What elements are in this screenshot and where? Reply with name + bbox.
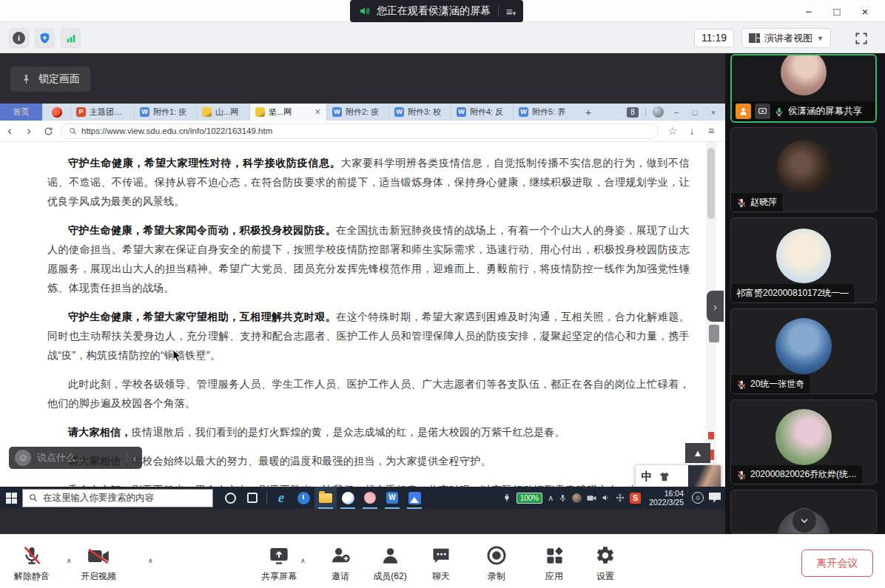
- taskbar-explorer[interactable]: [314, 487, 337, 509]
- banner-divider: [498, 5, 499, 17]
- sogou-input-icon[interactable]: S: [630, 493, 641, 504]
- security-button[interactable]: [35, 28, 55, 48]
- members-button[interactable]: 成员(62): [364, 542, 416, 583]
- back-button[interactable]: ‹: [0, 124, 19, 138]
- scroll-participants-down-button[interactable]: [792, 508, 817, 533]
- participant-tile[interactable]: 202000820026乔欣烨(统…: [730, 399, 877, 484]
- browser-minimize-button[interactable]: −: [670, 108, 682, 117]
- scrollbar-thumb[interactable]: [707, 148, 715, 219]
- cortana-button[interactable]: [219, 487, 241, 509]
- tray-camera-icon[interactable]: [587, 494, 596, 502]
- network-quality-button[interactable]: [61, 28, 81, 48]
- tab-attachment-1[interactable]: W附件1: 疫: [135, 104, 197, 121]
- tab-document[interactable]: P主题团日活…: [71, 104, 135, 121]
- taskbar-contacts-app[interactable]: [359, 487, 381, 509]
- taskbar-clock[interactable]: 16:04 2022/3/25: [646, 489, 687, 507]
- video-options-caret[interactable]: ∧: [148, 557, 153, 564]
- start-video-button[interactable]: 开启视频: [73, 542, 124, 583]
- participant-tile-sharer[interactable]: 侯潇涵的屏幕共享: [730, 54, 877, 123]
- fullscreen-button[interactable]: [851, 28, 871, 48]
- taskbar-meeting-app[interactable]: [403, 487, 425, 509]
- record-button[interactable]: 录制: [471, 542, 522, 583]
- maximize-button[interactable]: □: [823, 5, 851, 18]
- shirt-icon[interactable]: [658, 471, 671, 483]
- close-button[interactable]: ×: [851, 5, 879, 18]
- browser-menu-icon[interactable]: ≡: [703, 125, 719, 137]
- tab-sdu-site[interactable]: 山...网: [197, 104, 250, 121]
- mic-options-caret[interactable]: ∧: [67, 557, 72, 564]
- browser-restore-button[interactable]: □: [689, 108, 701, 117]
- tab-attachment-4[interactable]: W附件4: 反: [451, 104, 514, 121]
- tab-attachment-2[interactable]: W附件2: 疫: [327, 104, 389, 121]
- collapse-chat-icon[interactable]: ‹: [133, 453, 136, 464]
- new-tab-button[interactable]: +: [576, 104, 601, 121]
- download-icon[interactable]: ↓: [684, 125, 700, 137]
- avatar: [781, 54, 827, 95]
- scroll-grip[interactable]: [709, 325, 719, 342]
- banner-menu-button[interactable]: ≡▾: [506, 6, 516, 17]
- chat-bubble-icon: [431, 545, 451, 566]
- participant-tile[interactable]: 20统一张世奇: [730, 308, 877, 394]
- emoji-icon[interactable]: ☺: [15, 450, 31, 466]
- tab-attachment-5[interactable]: W附件5: 养: [514, 104, 576, 121]
- chat-button[interactable]: 聊天: [415, 542, 467, 583]
- browser-profile-avatar[interactable]: [653, 107, 664, 118]
- start-button[interactable]: [0, 493, 22, 504]
- tray-move-icon[interactable]: [616, 493, 625, 502]
- invite-button[interactable]: 邀请: [314, 542, 366, 583]
- url-field[interactable]: https://www.view.sdu.edu.cn/info/1022/16…: [61, 124, 659, 139]
- battery-indicator[interactable]: 100%: [516, 493, 543, 504]
- bookmark-star-icon[interactable]: ☆: [664, 125, 681, 137]
- participant-tile[interactable]: 赵晓萍: [730, 127, 877, 212]
- leave-meeting-button[interactable]: 离开会议: [801, 550, 873, 577]
- tab-attachment-3[interactable]: W附件3: 校: [389, 104, 451, 121]
- share-options-caret[interactable]: ∧: [300, 557, 306, 564]
- sidebar-collapse-handle[interactable]: ›: [707, 291, 724, 322]
- translate-icon[interactable]: 中: [636, 470, 658, 484]
- tray-speaker-icon[interactable]: [602, 493, 610, 502]
- chat-quick-input[interactable]: ☺ 说点什么... ‹: [9, 447, 142, 469]
- taskbar-search[interactable]: 在这里输入你要搜索的内容: [22, 489, 213, 507]
- tray-avatar-icon[interactable]: [572, 493, 582, 503]
- tab-active[interactable]: 坚...网✕: [250, 104, 327, 121]
- chevron-down-icon: ▼: [817, 35, 824, 42]
- pin-icon: [21, 74, 32, 85]
- taskbar-wps[interactable]: W: [381, 487, 403, 509]
- avatar: [775, 409, 832, 465]
- task-view-button[interactable]: [241, 487, 263, 509]
- share-screen-button[interactable]: 共享屏幕: [253, 542, 305, 583]
- sticky-note-icon[interactable]: ☺: [692, 492, 704, 504]
- tray-mic-icon[interactable]: [559, 494, 567, 502]
- mini-player-widget[interactable]: 中: [635, 464, 721, 489]
- mic-on-icon: [774, 107, 784, 117]
- taskbar-qq-browser[interactable]: [337, 487, 359, 509]
- browser-urlbar: ‹ › https://www.view.sdu.edu.cn/info/102…: [0, 121, 725, 142]
- settings-button[interactable]: 设置: [579, 542, 631, 583]
- back-to-top-button[interactable]: ▲: [685, 443, 710, 463]
- refresh-button[interactable]: [38, 126, 58, 136]
- tab-close-icon[interactable]: ✕: [314, 107, 321, 117]
- record-icon: [486, 545, 507, 566]
- apps-button[interactable]: 应用: [528, 542, 580, 583]
- tray-expand-icon[interactable]: ∧: [548, 493, 553, 503]
- meeting-window: 您正在观看侯潇涵的屏幕 ≡▾ − □ × i 11:19 演讲者视图 ▼: [0, 0, 885, 588]
- browser-close-button[interactable]: ×: [707, 108, 719, 117]
- view-mode-button[interactable]: 演讲者视图 ▼: [741, 28, 831, 48]
- tab-count-badge[interactable]: 8: [627, 107, 639, 118]
- lock-view-button[interactable]: 锁定画面: [10, 67, 90, 92]
- action-center-icon[interactable]: [709, 493, 721, 503]
- tab-browser-logo[interactable]: [43, 104, 71, 121]
- mic-muted-icon: [736, 470, 747, 480]
- refresh-icon: [44, 126, 53, 136]
- meeting-info-button[interactable]: i: [9, 28, 29, 48]
- tab-home[interactable]: 首页: [0, 104, 43, 121]
- invite-label: 邀请: [314, 570, 366, 583]
- video-thumbnail[interactable]: [688, 465, 721, 488]
- minimize-button[interactable]: −: [795, 5, 823, 18]
- forward-button[interactable]: ›: [19, 124, 38, 138]
- participant-tile[interactable]: 祁富赟202000810172统一—: [730, 217, 877, 303]
- taskbar-clock-app[interactable]: [292, 487, 314, 509]
- unmute-button[interactable]: 解除静音: [6, 542, 58, 583]
- taskbar-ie[interactable]: e: [270, 487, 292, 509]
- unmute-label: 解除静音: [6, 570, 58, 583]
